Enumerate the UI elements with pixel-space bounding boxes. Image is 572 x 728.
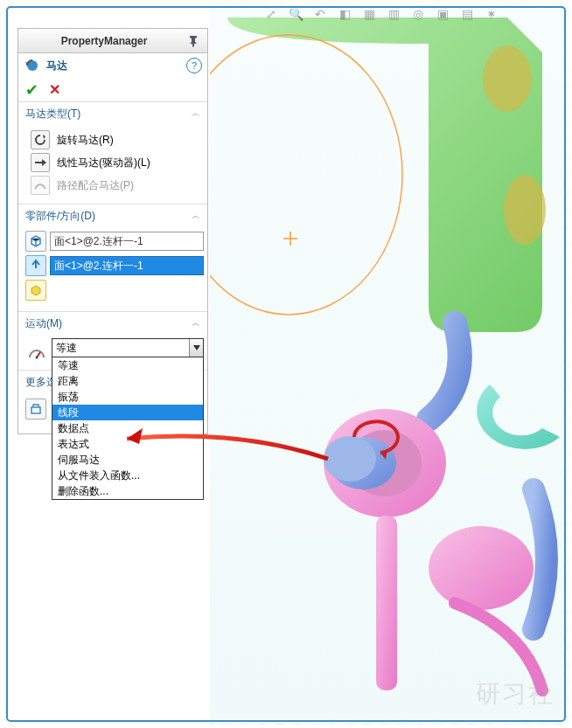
view-orient-icon[interactable]: ▦ (360, 5, 378, 23)
feature-title-bar: 马达 ? (18, 53, 207, 78)
option-rotary-motor[interactable]: 旋转马达(R) (25, 128, 204, 151)
face-select-icon[interactable] (25, 231, 46, 252)
rotary-motor-icon (31, 130, 50, 149)
pin-icon[interactable] (185, 32, 202, 50)
svg-point-6 (324, 436, 376, 482)
dropdown-option[interactable]: 伺服马达 (52, 452, 203, 468)
option-path-motor: 路径配合马达(P) (25, 174, 204, 197)
feature-name: 马达 (46, 59, 186, 73)
dropdown-value: 等速 (56, 341, 77, 356)
component-relative-icon[interactable] (25, 280, 46, 301)
dropdown-option[interactable]: 数据点 (52, 420, 203, 436)
svg-rect-18 (0, 0, 9, 728)
chevron-up-icon: ︿ (192, 210, 200, 222)
svg-point-8 (429, 526, 534, 610)
section-view-icon[interactable]: ◧ (336, 5, 353, 23)
section-title: 运动(M) (25, 316, 192, 331)
option-label: 线性马达(驱动器)(L) (57, 156, 150, 170)
dropdown-option[interactable]: 等速 (52, 357, 203, 373)
direction-select-icon[interactable] (25, 255, 46, 276)
path-motor-icon (31, 176, 50, 195)
section-head-motion[interactable]: 运动(M) ︿ (18, 312, 207, 335)
dropdown-option[interactable]: 表达式 (52, 436, 203, 452)
property-manager-panel: PropertyManager 马达 ? ✔ ✕ 马达类型(T) ︿ 旋转马达(… (17, 28, 208, 434)
svg-rect-7 (376, 516, 397, 690)
section-motor-type: 马达类型(T) ︿ 旋转马达(R) 线性马达(驱动器)(L) 路径配合马达( (18, 102, 207, 205)
ok-button[interactable]: ✔ (25, 80, 38, 100)
dropdown-option[interactable]: 删除函数... (52, 483, 203, 499)
motor-feature-icon (24, 57, 41, 74)
load-bearing-faces-icon[interactable] (25, 399, 46, 419)
motion-type-dropdown[interactable]: 等速 (52, 338, 204, 357)
confirm-bar: ✔ ✕ (18, 78, 207, 102)
section-head-motor-type[interactable]: 马达类型(T) ︿ (18, 102, 207, 125)
motion-type-list: 等速距离振荡线段数据点表达式伺服马达从文件装入函数...删除函数... (52, 357, 204, 500)
svg-point-2 (504, 175, 546, 245)
model-viewport[interactable] (210, 0, 572, 728)
view-settings-icon[interactable]: ✶ (483, 5, 500, 23)
zoom-fit-icon[interactable]: ⤢ (262, 5, 280, 23)
watermark-text: 研习社 (476, 677, 555, 711)
view-toolbar: ⤢ 🔍 ↶ ◧ ▦ ▥ ◎ ▣ ▤ ✶ (262, 5, 500, 28)
section-head-component[interactable]: 零部件/方向(D) ︿ (18, 205, 207, 227)
help-icon[interactable]: ? (186, 58, 202, 73)
apply-scene-icon[interactable]: ▤ (458, 5, 476, 23)
pm-header: PropertyManager (18, 29, 207, 53)
svg-point-14 (36, 357, 38, 359)
prev-view-icon[interactable]: ↶ (311, 5, 329, 23)
dropdown-option[interactable]: 距离 (52, 373, 203, 389)
cancel-button[interactable]: ✕ (49, 81, 60, 98)
pm-title: PropertyManager (24, 35, 185, 47)
section-title: 马达类型(T) (25, 107, 192, 121)
option-label: 路径配合马达(P) (57, 178, 134, 193)
motor-direction-field[interactable]: 面<1>@2.连杆一-1 (50, 256, 204, 275)
dropdown-option[interactable]: 从文件装入函数... (52, 468, 203, 483)
chevron-up-icon: ︿ (192, 107, 200, 120)
option-linear-motor[interactable]: 线性马达(驱动器)(L) (25, 151, 204, 174)
chevron-up-icon: ︿ (192, 317, 200, 329)
edit-appearance-icon[interactable]: ▣ (434, 5, 451, 23)
motor-location-field[interactable]: 面<1>@2.连杆一-1 (50, 232, 204, 251)
display-style-icon[interactable]: ▥ (385, 5, 402, 23)
dropdown-option[interactable]: 振荡 (52, 389, 203, 405)
svg-point-1 (483, 45, 532, 112)
section-component-direction: 零部件/方向(D) ︿ 面<1>@2.连杆一-1 面<1>@2.连杆一-1 (18, 205, 207, 312)
dropdown-option[interactable]: 线段 (52, 405, 203, 420)
option-label: 旋转马达(R) (57, 133, 114, 148)
hide-show-icon[interactable]: ◎ (409, 5, 427, 23)
zoom-area-icon[interactable]: 🔍 (287, 5, 304, 23)
linear-motor-icon (31, 153, 50, 172)
svg-rect-15 (31, 407, 40, 413)
section-title: 零部件/方向(D) (25, 209, 192, 224)
svg-point-0 (210, 35, 402, 315)
dropdown-arrow-icon[interactable] (189, 339, 203, 357)
section-motion: 运动(M) ︿ 等速 等速距离振荡线段数据点表达式伺服马达从文件装入函数...删… (18, 312, 207, 371)
speedometer-icon (27, 343, 46, 363)
